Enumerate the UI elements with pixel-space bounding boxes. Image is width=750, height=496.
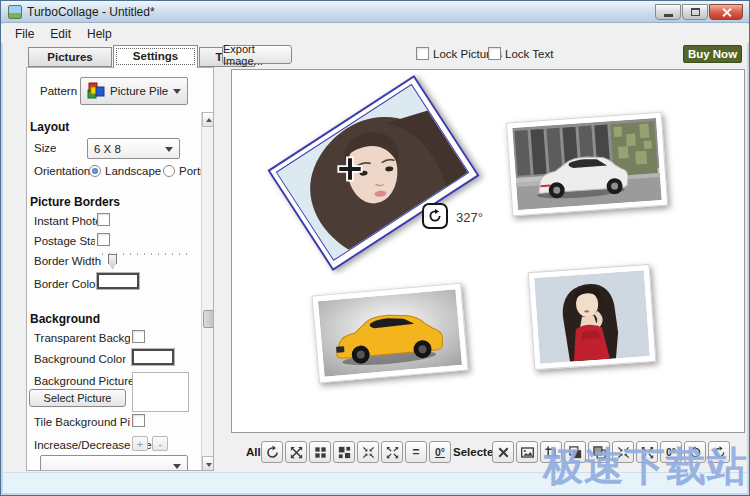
- zero-degrees-label: 0°: [435, 446, 445, 458]
- border-color-swatch[interactable]: [97, 273, 139, 289]
- minimize-button[interactable]: [655, 4, 681, 20]
- lock-pictures-checkbox[interactable]: [416, 47, 429, 60]
- size-dropdown[interactable]: 6 X 8: [87, 138, 180, 159]
- tile-background-checkbox[interactable]: [132, 414, 145, 427]
- all-label: All: [246, 446, 261, 458]
- delete-picture-button[interactable]: [492, 441, 514, 463]
- clipped-bottom-dropdown[interactable]: [40, 455, 188, 471]
- photo-white-sports-car[interactable]: [506, 112, 668, 217]
- border-color-label: Border Color: [34, 278, 99, 290]
- minimize-icon: [664, 14, 673, 17]
- scatter-arrows-icon: [289, 445, 304, 460]
- arrow-up-icon: [206, 118, 212, 122]
- tile-background-label: Tile Background Picture: [34, 416, 130, 428]
- close-button[interactable]: [709, 4, 743, 20]
- rotation-angle-label: 327°: [456, 210, 483, 225]
- postage-stamp-label: Postage Stamp: [34, 235, 95, 247]
- portrait-woman-image: [277, 85, 468, 259]
- pattern-label: Pattern: [40, 85, 77, 97]
- portrait-radio[interactable]: [163, 165, 175, 177]
- panel-scrollbar[interactable]: [201, 112, 214, 471]
- tile-increase-button[interactable]: +: [132, 436, 148, 451]
- pattern-dropdown[interactable]: Picture Pile: [80, 77, 188, 105]
- rotate-icon: [427, 208, 443, 224]
- scroll-up-button[interactable]: [202, 112, 214, 127]
- background-picture-label: Background Picture: [34, 375, 134, 387]
- photo-portrait-woman-selected[interactable]: [267, 75, 479, 271]
- photo-yellow-suv[interactable]: [311, 283, 468, 384]
- arrow-down-icon: [206, 463, 212, 467]
- grid-mixed-icon: [337, 445, 352, 460]
- tab-pictures[interactable]: Pictures: [28, 47, 112, 67]
- postage-stamp-checkbox[interactable]: [97, 233, 110, 246]
- delete-x-icon: [496, 445, 511, 460]
- maximize-button[interactable]: [682, 4, 708, 20]
- app-window: TurboCollage - Untitled* File Edit Help …: [0, 0, 750, 496]
- rotate-all-icon: [265, 445, 280, 460]
- yellow-suv-image: [318, 289, 462, 377]
- layout-heading: Layout: [30, 120, 69, 134]
- photo-woman-red-dress[interactable]: [528, 264, 657, 370]
- settings-panel: Pattern Picture Pile Layout Size 6 X 8 O…: [26, 67, 214, 471]
- close-icon: [722, 8, 731, 17]
- arrange-grid-mixed-button[interactable]: [333, 441, 355, 463]
- transparent-background-label: Transparent Background: [34, 332, 130, 344]
- chevron-down-icon: [173, 464, 181, 469]
- landscape-label: Landscape: [105, 165, 161, 177]
- shuffle-rotate-button[interactable]: [261, 441, 283, 463]
- woman-red-dress-image: [534, 270, 650, 363]
- export-image-button[interactable]: Export Image...: [222, 45, 292, 64]
- arrows-inward-icon: [361, 445, 376, 460]
- shuffle-positions-button[interactable]: [285, 441, 307, 463]
- rotate-handle[interactable]: [422, 203, 448, 229]
- title-bar: TurboCollage - Untitled*: [1, 1, 749, 23]
- picture-borders-heading: Picture Borders: [30, 195, 120, 209]
- instant-photo-label: Instant Photo: [34, 215, 102, 227]
- orientation-label: Orientation: [34, 165, 90, 177]
- transparent-background-checkbox[interactable]: [132, 330, 145, 343]
- replace-picture-button[interactable]: [516, 441, 538, 463]
- select-picture-button[interactable]: Select Picture: [29, 389, 126, 407]
- buy-now-button[interactable]: Buy Now: [683, 45, 742, 63]
- slider-thumb[interactable]: [108, 254, 117, 269]
- menu-help[interactable]: Help: [79, 25, 120, 43]
- window-title: TurboCollage - Untitled*: [27, 5, 155, 19]
- chevron-down-icon: [165, 147, 173, 152]
- arrows-outward-icon: [385, 445, 400, 460]
- menu-bar: File Edit Help: [1, 24, 749, 43]
- reset-rotation-all-button[interactable]: 0°: [429, 441, 451, 463]
- size-label: Size: [34, 142, 56, 154]
- background-picture-preview: [132, 372, 189, 412]
- chevron-down-icon: [173, 89, 181, 94]
- picture-pile-icon: [87, 82, 105, 100]
- scroll-down-button[interactable]: [202, 456, 214, 471]
- tab-settings[interactable]: Settings: [113, 45, 198, 68]
- picture-icon: [520, 445, 535, 460]
- border-width-label: Border Width: [34, 255, 101, 267]
- lock-text-label: Lock Text: [505, 48, 553, 60]
- menu-file[interactable]: File: [7, 25, 42, 43]
- menu-edit[interactable]: Edit: [42, 25, 79, 43]
- arrange-grid-equal-button[interactable]: [309, 441, 331, 463]
- size-value: 6 X 8: [94, 143, 121, 155]
- collage-canvas[interactable]: 327°: [231, 69, 745, 433]
- background-color-label: Background Color: [34, 353, 126, 365]
- pattern-value: Picture Pile: [110, 85, 168, 97]
- site-watermark: 极速下载站: [543, 442, 748, 490]
- app-icon: [8, 5, 22, 19]
- instant-photo-checkbox[interactable]: [97, 213, 110, 226]
- scrollbar-thumb[interactable]: [203, 310, 214, 328]
- shrink-all-button[interactable]: [357, 441, 379, 463]
- landscape-radio[interactable]: [89, 165, 101, 177]
- equal-size-button[interactable]: =: [405, 441, 427, 463]
- white-sports-car-image: [512, 118, 661, 210]
- enlarge-all-button[interactable]: [381, 441, 403, 463]
- maximize-icon: [691, 8, 700, 16]
- background-heading: Background: [30, 312, 100, 326]
- grid-equal-icon: [313, 445, 328, 460]
- background-color-swatch[interactable]: [132, 349, 174, 365]
- tile-decrease-button[interactable]: -: [152, 436, 168, 451]
- move-cursor-icon: [336, 155, 364, 183]
- lock-text-checkbox[interactable]: [488, 47, 501, 60]
